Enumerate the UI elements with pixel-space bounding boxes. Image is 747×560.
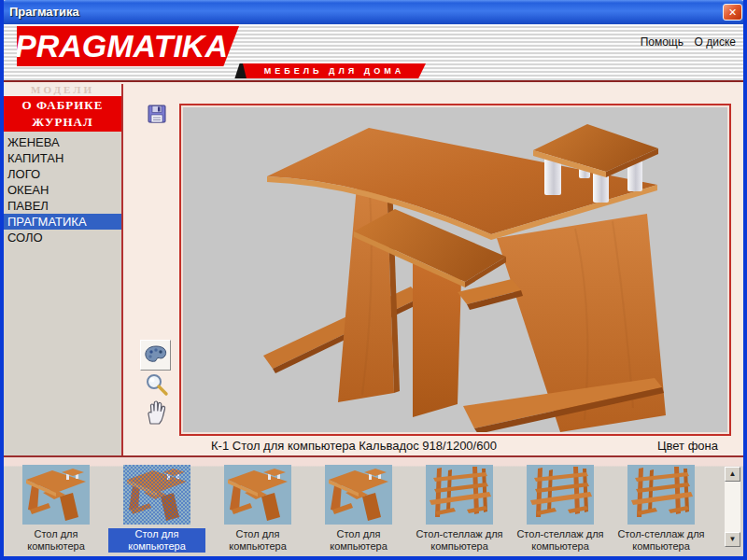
model-list: ЖЕНЕВАКАПИТАНЛОГООКЕАНПАВЕЛПРАГМАТИКАСОЛ… [4,132,121,245]
thumbnail-image [224,465,291,525]
about-disc-link[interactable]: О диске [695,35,736,49]
thumbnail-item[interactable]: Стол для компьютера [308,465,409,553]
zoom-button[interactable] [144,372,169,398]
thumbnail-label: Стол-стеллаж для компьютера [411,528,508,553]
sidebar-model-item[interactable]: ПРАГМАТИКА [4,214,121,230]
sidebar-model-item[interactable]: КАПИТАН [4,150,121,166]
thumbnail-scrollbar[interactable]: ▲ ▼ [725,467,740,547]
journal-line: ЖУРНАЛ [4,115,121,130]
tagline-text: МЕБЕЛЬ ДЛЯ ДОМА [243,63,426,78]
furniture-thumb-icon [527,465,594,525]
thumbnail-image [527,465,594,525]
sidebar-model-item[interactable]: СОЛО [4,230,121,245]
furniture-thumb-icon [627,465,695,525]
thumbnail-item[interactable]: Стол для компьютера [106,465,207,553]
arrow-down-icon: ▼ [729,536,737,543]
palette-button[interactable] [140,340,171,371]
preview-canvas[interactable] [183,107,727,432]
thumbnail-item[interactable]: Стол для компьютера [6,465,106,553]
desk-3d-render [183,107,727,432]
selection-overlay [123,465,190,525]
thumbnail-label: Стол для компьютера [209,528,306,553]
scroll-down-button[interactable]: ▼ [725,532,740,547]
thumbnail-label: Стол-стеллаж для компьютера [512,528,609,553]
item-caption: К-1 Стол для компьютера Кальвадос 918/12… [211,439,497,453]
thumbnail-label: Стол-стеллаж для компьютера [613,528,710,553]
header: PRAGMATIKA Помощь О диске МЕБЕЛЬ ДЛЯ ДОМ… [4,24,743,82]
furniture-thumb-icon [224,465,291,525]
preview-frame [179,104,731,436]
brand-logo-text: PRAGMATIKA [15,28,241,64]
arrow-up-icon: ▲ [729,470,737,478]
furniture-thumb-icon [325,465,392,525]
tagline-banner: МЕБЕЛЬ ДЛЯ ДОМА [237,63,426,78]
sidebar-section-header: МОДЕЛИ [4,84,121,96]
thumbnail-item[interactable]: Стол-стеллаж для компьютера [510,465,611,553]
thumbnail-row: Стол для компьютера Стол для компьютера … [4,457,712,553]
hand-icon [141,399,169,427]
window-title: Прагматика [9,5,79,19]
thumbnail-label: Стол для компьютера [7,528,105,553]
sidebar-model-item[interactable]: ЖЕНЕВА [4,134,121,150]
palette-icon [144,344,168,367]
scrollbar-track[interactable] [725,482,740,532]
floppy-disk-icon [147,104,167,124]
main-content: МОДЕЛИ О ФАБРИКЕ ЖУРНАЛ ЖЕНЕВАКАПИТАНЛОГ… [4,84,743,455]
thumbnail-image [123,465,190,525]
sidebar: МОДЕЛИ О ФАБРИКЕ ЖУРНАЛ ЖЕНЕВАКАПИТАНЛОГ… [4,84,123,455]
thumbnail-label: Стол для компьютера [310,528,407,553]
background-color-label[interactable]: Цвет фона [657,439,718,453]
about-factory-line: О ФАБРИКЕ [4,98,121,113]
help-link[interactable]: Помощь [641,35,684,49]
thumbnail-strip: Стол для компьютера Стол для компьютера … [4,455,743,556]
magnifier-icon [144,372,169,398]
pan-button[interactable] [141,399,171,427]
thumbnail-image [325,465,392,525]
close-button[interactable]: ✕ [723,4,742,21]
thumbnail-item[interactable]: Стол-стеллаж для компьютера [611,465,712,553]
sidebar-model-item[interactable]: ПАВЕЛ [4,198,121,214]
sidebar-model-item[interactable]: ОКЕАН [4,182,121,198]
furniture-thumb-icon [426,465,493,525]
thumbnail-label: Стол для компьютера [108,528,205,553]
save-button[interactable] [147,104,167,124]
app-window: Прагматика ✕ PRAGMATIKA Помощь О диске М… [0,0,747,560]
scroll-up-button[interactable]: ▲ [725,467,740,482]
title-bar: Прагматика ✕ [0,0,747,24]
about-factory-block[interactable]: О ФАБРИКЕ ЖУРНАЛ [4,96,121,132]
thumbnail-item[interactable]: Стол для компьютера [207,465,308,553]
brand-logo: PRAGMATIKA [17,26,239,66]
thumbnail-item[interactable]: Стол-стеллаж для компьютера [409,465,510,553]
furniture-thumb-icon [22,465,90,525]
thumbnail-image [426,465,493,525]
close-icon: ✕ [728,7,737,18]
thumbnail-image [627,465,695,525]
sidebar-model-item[interactable]: ЛОГО [4,166,121,182]
thumbnail-image [22,465,90,525]
